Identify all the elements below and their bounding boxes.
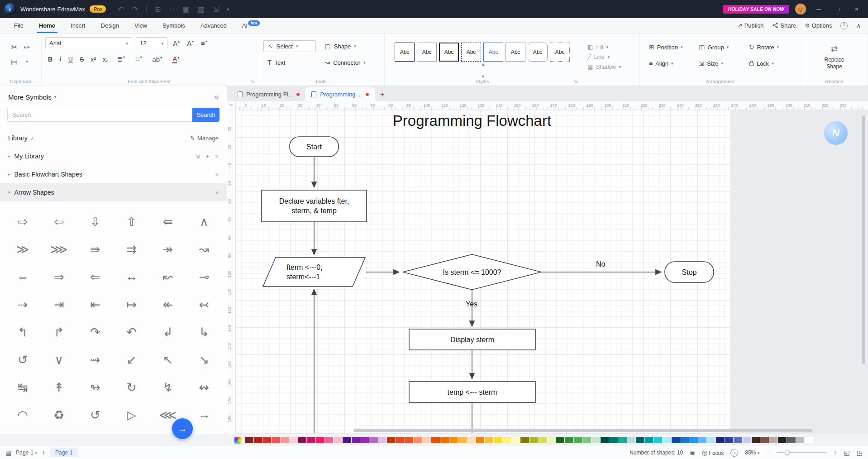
style-preview[interactable]: Abc	[483, 43, 503, 62]
arrow-shape-icon[interactable]: ↲	[150, 318, 186, 346]
highlight-button[interactable]: ab▾	[151, 56, 164, 63]
color-swatch[interactable]	[556, 437, 564, 443]
close-basic-shapes-icon[interactable]: ×	[215, 171, 219, 178]
arrow-shape-icon[interactable]: ⇚	[150, 208, 186, 235]
cut-icon[interactable]: ✂	[11, 43, 17, 52]
page-panel-icon[interactable]: ▦	[5, 449, 11, 456]
menu-home[interactable]: Home	[31, 18, 63, 33]
arrow-shape-icon[interactable]: ↖	[150, 346, 186, 373]
arrow-shape-icon[interactable]: ↹	[5, 373, 41, 401]
arrow-shape-icon[interactable]: ⋙	[41, 235, 77, 263]
color-swatch[interactable]	[503, 437, 511, 443]
underline-button[interactable]: U	[68, 56, 73, 63]
format-painter-icon[interactable]: ✏	[24, 43, 30, 52]
zoom-in-button[interactable]: +	[833, 449, 837, 456]
color-swatch[interactable]	[565, 437, 573, 443]
color-swatch[interactable]	[689, 437, 698, 443]
maximize-button[interactable]: □	[831, 6, 844, 13]
color-swatch[interactable]	[494, 437, 502, 443]
add-page-button[interactable]: +	[42, 449, 45, 456]
color-swatch[interactable]	[529, 437, 538, 443]
arrow-shape-icon[interactable]: ⇐	[77, 263, 113, 291]
zoom-level-select[interactable]: 85% ▾	[745, 449, 759, 456]
color-swatch[interactable]	[520, 437, 529, 443]
options-button[interactable]: ⚙Options	[805, 22, 832, 29]
basic-shapes-caret-icon[interactable]: ▸	[8, 172, 10, 177]
increase-font-button[interactable]: A▴	[171, 39, 181, 47]
arrow-shape-icon[interactable]: ↱	[41, 318, 77, 346]
arrow-shape-icon[interactable]: ∧	[186, 208, 222, 235]
color-swatch[interactable]	[316, 437, 324, 443]
publish-button[interactable]: ⇗Publish	[738, 22, 764, 29]
save-icon[interactable]: ▣	[183, 5, 190, 14]
menu-symbols[interactable]: Symbols	[155, 18, 193, 33]
export-icon[interactable]: ⇲	[213, 5, 219, 14]
styles-scroll-down-icon[interactable]: ▾	[482, 74, 484, 79]
color-swatch[interactable]	[405, 437, 414, 443]
color-swatch[interactable]	[298, 437, 307, 443]
menu-design[interactable]: Design	[93, 18, 127, 33]
color-swatch[interactable]	[769, 437, 778, 443]
arrow-shape-icon[interactable]: ⇦	[41, 208, 77, 235]
fit-to-window-icon[interactable]: ◳	[857, 449, 863, 456]
color-swatch[interactable]	[485, 437, 493, 443]
color-swatch[interactable]	[627, 437, 636, 443]
arrow-shape-icon[interactable]: ↦	[113, 291, 149, 318]
color-swatch[interactable]	[387, 437, 396, 443]
arrow-shape-icon[interactable]: ⇢	[5, 291, 41, 318]
arrow-shape-icon[interactable]: ⇉	[113, 235, 149, 263]
color-swatch[interactable]	[796, 437, 805, 443]
zoom-out-button[interactable]: −	[766, 449, 770, 456]
arrow-shape-icon[interactable]: ↘	[186, 346, 222, 373]
color-swatch[interactable]	[538, 437, 547, 443]
flowchart-title[interactable]: Programming Flowchart	[336, 112, 608, 129]
arrow-shape-icon[interactable]: ◠	[5, 401, 41, 429]
print-icon[interactable]: ▥	[198, 5, 205, 14]
flow-node-init[interactable]: fterm <---0, sterm<---1	[263, 258, 365, 287]
color-swatch[interactable]	[636, 437, 644, 443]
arrow-shape-icon[interactable]: ↟	[41, 373, 77, 401]
menu-ai[interactable]: AIhot	[234, 18, 267, 33]
horizontal-scrollbar[interactable]	[353, 429, 812, 432]
color-swatch[interactable]	[743, 437, 751, 443]
color-swatch[interactable]	[591, 437, 600, 443]
color-swatch[interactable]	[680, 437, 689, 443]
color-swatch[interactable]	[645, 437, 653, 443]
fullscreen-icon[interactable]: ◱	[844, 449, 850, 456]
color-swatch[interactable]	[431, 437, 440, 443]
color-swatch[interactable]	[698, 437, 707, 443]
new-document-tab-button[interactable]: +	[380, 90, 385, 101]
arrow-shape-icon[interactable]: ↢	[186, 291, 222, 318]
arrow-shape-icon[interactable]: ↶	[113, 318, 149, 346]
flow-node-display[interactable]: Display sterm	[409, 329, 535, 350]
font-family-select[interactable]: Arial ▾	[45, 37, 132, 49]
sidebar-title[interactable]: More Symbols	[8, 93, 52, 101]
color-swatch[interactable]	[601, 437, 609, 443]
paste-icon[interactable]: ▤	[11, 57, 18, 66]
sidebar-item-basic-flowchart-shapes[interactable]: ▸ Basic Flowchart Shapes ×	[0, 165, 227, 183]
line-button[interactable]: ╱ Line ▾	[587, 53, 610, 60]
import-library-icon[interactable]: ⇲	[195, 153, 200, 160]
arrow-shape-icon[interactable]: ↬	[77, 373, 113, 401]
color-swatch[interactable]	[653, 437, 662, 443]
shape-tool-button[interactable]: ▢ Shape ▾	[321, 41, 378, 52]
color-swatch[interactable]	[369, 437, 378, 443]
size-button[interactable]: ⇲Size▾	[695, 60, 745, 67]
select-tool-button[interactable]: ↖ Select ▾	[263, 40, 316, 52]
flow-node-declare[interactable]: Declare variables fter, sterm, & temp	[262, 190, 367, 222]
active-page-tab[interactable]: Page-1	[50, 448, 78, 457]
arrow-shape-icon[interactable]: ⇒	[41, 263, 77, 291]
arrow-shape-icon[interactable]: ⇧	[113, 208, 149, 235]
close-button[interactable]: ×	[850, 6, 863, 13]
color-swatch[interactable]	[289, 437, 298, 443]
superscript-button[interactable]: x²	[91, 56, 96, 63]
arrow-shape-icon[interactable]: ⇨	[5, 208, 41, 235]
undo-icon[interactable]: ↶	[118, 5, 124, 14]
color-swatch[interactable]	[458, 437, 467, 443]
minimize-button[interactable]: ─	[812, 6, 825, 13]
color-swatch[interactable]	[734, 437, 742, 443]
color-swatch[interactable]	[281, 437, 289, 443]
color-swatch[interactable]	[716, 437, 725, 443]
color-swatch[interactable]	[787, 437, 796, 443]
user-avatar[interactable]: ☺	[795, 3, 806, 15]
